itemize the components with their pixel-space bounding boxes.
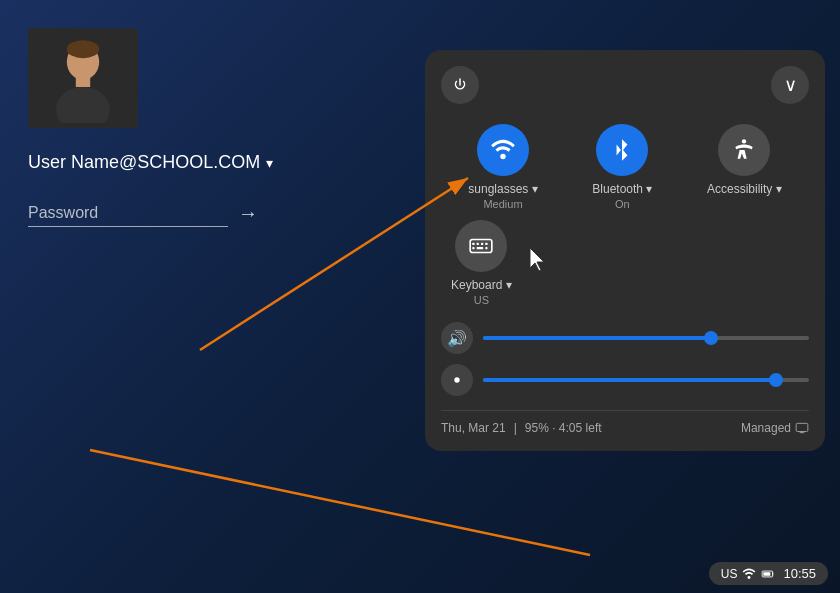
svg-rect-9 [477,243,479,245]
settings-icon [449,372,465,388]
managed-badge: Managed [741,421,809,435]
battery-info: 95% · 4:05 left [525,421,602,435]
brightness-icon-btn[interactable] [441,364,473,396]
accessibility-toggle[interactable]: Accessibility ▾ [707,124,782,210]
svg-rect-12 [473,247,475,249]
bluetooth-label: Bluetooth ▾ [592,182,652,196]
panel-footer: Thu, Mar 21 | 95% · 4:05 left Managed [441,410,809,435]
power-icon [451,76,469,94]
svg-point-5 [500,154,505,159]
footer-left: Thu, Mar 21 | 95% · 4:05 left [441,421,602,435]
toggles-row: sunglasses ▾ Medium Bluetooth ▾ On [441,124,809,210]
system-tray[interactable]: US 10:55 [709,562,828,585]
keyboard-sublabel: US [474,294,489,306]
volume-slider-thumb [704,331,718,345]
tray-time: 10:55 [783,566,816,581]
svg-rect-7 [471,240,493,253]
footer-separator: | [514,421,517,435]
avatar [28,28,138,128]
managed-icon [795,421,809,435]
tray-icons: US [721,567,776,581]
volume-slider-row: 🔊 [441,322,809,354]
volume-slider-track[interactable] [483,336,809,340]
keyboard-row: Keyboard ▾ US [441,220,809,306]
avatar-container [28,28,138,128]
quick-settings-panel: ∨ sunglasses ▾ Medium [425,50,825,451]
svg-point-19 [748,576,751,579]
svg-point-4 [67,40,99,58]
user-dropdown-arrow[interactable]: ▾ [266,155,273,171]
brightness-slider-track[interactable] [483,378,809,382]
wifi-icon-bg [477,124,529,176]
sliders-section: 🔊 [441,322,809,396]
password-container: → [28,200,258,227]
tray-battery-icon [761,567,775,581]
volume-icon-btn[interactable]: 🔊 [441,322,473,354]
brightness-slider-fill [483,378,776,382]
managed-label: Managed [741,421,791,435]
submit-button[interactable]: → [238,202,258,225]
brightness-slider-row [441,364,809,396]
keyboard-label: Keyboard ▾ [451,278,512,292]
svg-rect-21 [764,572,771,576]
svg-point-6 [742,139,746,143]
volume-icon: 🔊 [447,329,467,348]
keyboard-toggle[interactable]: Keyboard ▾ US [451,220,512,306]
bluetooth-toggle[interactable]: Bluetooth ▾ On [592,124,652,210]
panel-header: ∨ [441,66,809,104]
wifi-label: sunglasses ▾ [468,182,537,196]
tray-locale: US [721,567,738,581]
keyboard-icon-bg [455,220,507,272]
wifi-sublabel: Medium [483,198,522,210]
accessibility-icon-bg [718,124,770,176]
tray-wifi-icon [742,567,756,581]
bluetooth-icon [609,137,635,163]
wifi-toggle[interactable]: sunglasses ▾ Medium [468,124,537,210]
wifi-icon [490,137,516,163]
svg-rect-3 [76,76,90,87]
accessibility-icon [731,137,757,163]
power-button[interactable] [441,66,479,104]
svg-rect-14 [486,247,488,249]
svg-rect-8 [473,243,475,245]
collapse-icon: ∨ [784,74,797,96]
bluetooth-icon-bg [596,124,648,176]
svg-rect-13 [477,247,484,249]
date-label: Thu, Mar 21 [441,421,506,435]
user-info: User Name@SCHOOL.COM ▾ [28,152,273,173]
keyboard-icon [468,233,494,259]
password-input[interactable] [28,200,228,227]
svg-rect-11 [486,243,488,245]
brightness-slider-thumb [769,373,783,387]
bluetooth-sublabel: On [615,198,630,210]
avatar-image [38,33,128,123]
accessibility-label: Accessibility ▾ [707,182,782,196]
svg-rect-15 [796,423,808,431]
username: User Name@SCHOOL.COM [28,152,260,173]
collapse-button[interactable]: ∨ [771,66,809,104]
svg-rect-10 [481,243,483,245]
volume-slider-fill [483,336,711,340]
